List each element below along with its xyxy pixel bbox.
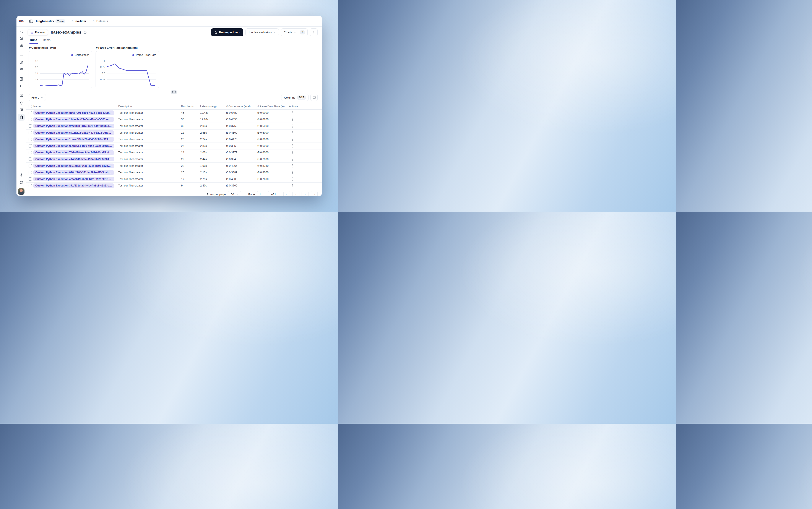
row-actions-button[interactable]	[291, 123, 295, 129]
org-switcher[interactable]: langfuse-dev Team	[36, 19, 69, 23]
tracing-tree-icon[interactable]	[18, 51, 25, 58]
run-name-link[interactable]: Custom Python Execution fe91b83e-04a5-47…	[33, 164, 114, 168]
run-items-count: 26	[181, 143, 200, 149]
annotation-pen-icon[interactable]	[18, 106, 25, 113]
run-name-link[interactable]: Custom Python Execution 076b2704-341d-48…	[33, 170, 114, 175]
tab-items[interactable]: Items	[43, 38, 51, 44]
col-header-name[interactable]: Name	[33, 103, 118, 109]
row-checkbox[interactable]	[29, 144, 32, 147]
lifebuoy-icon[interactable]	[18, 179, 25, 185]
table-row: Custom Python Execution 371f531c-abff-4d…	[26, 182, 322, 189]
run-items-count: 45	[181, 110, 200, 116]
active-evaluators-button[interactable]: 1 active evaluators	[245, 28, 279, 36]
row-actions-button[interactable]	[291, 110, 295, 116]
col-header-correctness[interactable]: # Correctness (eval)	[226, 103, 258, 109]
splitter-drag-handle[interactable]	[171, 90, 177, 94]
row-checkbox[interactable]	[29, 111, 32, 114]
search-icon[interactable]	[18, 28, 25, 34]
run-description: Test our filter creator	[118, 169, 181, 176]
run-correctness: Ø 0.3700	[226, 182, 258, 189]
run-name-link[interactable]: Custom Python Execution 5a15a616-1bab-44…	[33, 130, 114, 135]
row-actions-button[interactable]	[291, 143, 295, 149]
sidebar-toggle-icon[interactable]	[29, 19, 33, 23]
col-header-latency[interactable]: Latency (avg)	[200, 103, 226, 109]
run-name-link[interactable]: Custom Python Execution f6bb1614-1f90-40…	[33, 144, 114, 148]
table-row: Custom Python Execution f6bb1614-1f90-40…	[26, 143, 322, 149]
breadcrumb-separator: /	[72, 19, 73, 23]
page-number-input[interactable]	[257, 191, 269, 196]
run-name-link[interactable]: Custom Python Execution 371f531c-abff-4d…	[33, 183, 114, 188]
chart-title: # Correctness (eval)	[29, 46, 92, 49]
langfuse-logo[interactable]	[16, 16, 26, 27]
row-checkbox[interactable]	[29, 151, 32, 154]
breadcrumb: langfuse-dev Team / no-filter / Datasets	[26, 16, 322, 27]
gear-icon[interactable]	[18, 171, 25, 178]
first-page-button[interactable]: «	[283, 191, 290, 196]
run-name-link[interactable]: Custom Python Execution 74de488e-ec9d-47…	[33, 150, 114, 155]
run-correctness: Ø 0.4173	[226, 136, 258, 142]
row-checkbox[interactable]	[29, 171, 32, 174]
tab-runs[interactable]: Runs	[30, 38, 38, 44]
row-actions-button[interactable]	[291, 136, 295, 142]
table-header-row: Name Description Run Items Latency (avg)…	[26, 103, 322, 110]
chart-legend: Correctness	[71, 54, 89, 57]
row-actions-button[interactable]	[291, 130, 295, 136]
row-actions-button[interactable]	[291, 116, 295, 123]
row-actions-button[interactable]	[291, 157, 295, 162]
col-header-parse-error-rate[interactable]: # Parse Error Rate (an...	[258, 103, 289, 109]
run-parse-error-rate: Ø 0.7000	[258, 156, 289, 163]
home-icon[interactable]	[18, 35, 25, 42]
last-page-button[interactable]: »	[311, 191, 317, 196]
row-checkbox[interactable]	[29, 124, 32, 128]
row-actions-button[interactable]	[291, 170, 295, 175]
filters-button[interactable]: Filters	[29, 94, 46, 101]
clock-icon[interactable]	[18, 59, 25, 66]
dashboard-grid-icon[interactable]	[18, 42, 25, 49]
row-checkbox[interactable]	[29, 138, 32, 141]
next-page-button[interactable]: ›	[302, 191, 308, 196]
rows-per-page-select[interactable]: 50	[228, 191, 241, 196]
breadcrumb-section[interactable]: Datasets	[96, 20, 108, 23]
row-checkbox[interactable]	[29, 177, 32, 181]
file-code-icon[interactable]	[18, 75, 25, 82]
run-name-link[interactable]: Custom Python Execution d66e7991-8595-45…	[33, 110, 114, 115]
more-actions-button[interactable]	[310, 28, 317, 36]
row-actions-button[interactable]	[291, 176, 295, 182]
terminal-icon[interactable]	[18, 82, 25, 90]
run-description: Test our filter creator	[118, 130, 181, 136]
info-icon[interactable]	[83, 31, 87, 34]
select-all-checkbox[interactable]	[29, 105, 32, 108]
table-row: Custom Python Execution fe91b83e-04a5-47…	[26, 163, 322, 169]
run-name-link[interactable]: Custom Python Execution e14fa348-5cfc-49…	[33, 157, 114, 161]
row-actions-button[interactable]	[291, 150, 295, 156]
users-icon[interactable]	[18, 66, 25, 73]
sidebar	[16, 16, 26, 196]
run-name-link[interactable]: Custom Python Execution adfae619-abb0-4d…	[33, 177, 114, 181]
chevron-down-icon	[41, 96, 43, 99]
row-checkbox[interactable]	[29, 158, 32, 161]
run-experiment-button[interactable]: Run experiment	[211, 28, 243, 36]
datasets-database-icon[interactable]	[18, 114, 25, 121]
col-header-run-items[interactable]: Run Items	[181, 103, 200, 109]
row-checkbox[interactable]	[29, 184, 32, 188]
row-actions-button[interactable]	[291, 163, 295, 169]
row-checkbox[interactable]	[29, 118, 32, 121]
col-header-description[interactable]: Description	[118, 103, 181, 109]
table-rows-icon	[312, 96, 316, 99]
charts-button[interactable]: Charts 2	[281, 28, 308, 36]
run-name-link[interactable]: Custom Python Execution 114aa9ef-29e6-4e…	[33, 117, 114, 122]
row-actions-button[interactable]	[291, 183, 295, 189]
project-switcher[interactable]: no-filter	[75, 20, 90, 23]
lightbulb-icon[interactable]	[18, 99, 25, 106]
evaluator-badge-icon[interactable]	[18, 92, 25, 99]
run-items-count: 20	[181, 169, 200, 176]
prev-page-button[interactable]: ‹	[293, 191, 299, 196]
columns-button[interactable]: Columns 8/15	[281, 94, 308, 101]
user-avatar[interactable]	[18, 188, 25, 195]
run-items-count: 30	[181, 116, 200, 123]
row-height-button[interactable]	[310, 94, 317, 101]
run-name-link[interactable]: Custom Python Execution 9fe23f98-881e-44…	[33, 124, 114, 128]
row-checkbox[interactable]	[29, 164, 32, 167]
row-checkbox[interactable]	[29, 131, 32, 134]
run-name-link[interactable]: Custom Python Execution 1daec0f9-5e78-43…	[33, 137, 114, 142]
